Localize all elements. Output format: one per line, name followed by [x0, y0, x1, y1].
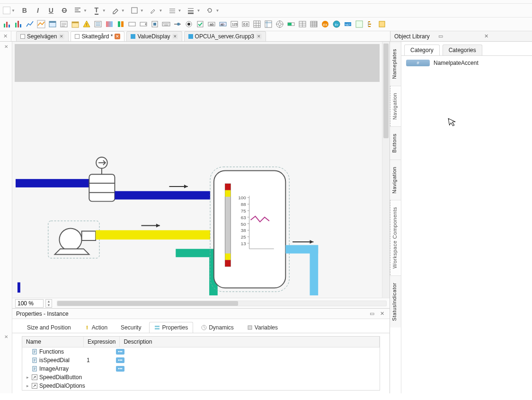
- close-tab-icon[interactable]: ✕: [59, 34, 64, 39]
- dropdown-arrow-icon[interactable]: ▼: [140, 9, 144, 13]
- close-icon[interactable]: ✕: [379, 311, 386, 317]
- property-row[interactable]: isSpeedDial 1 •••: [22, 356, 380, 364]
- net-icon[interactable]: NET: [343, 19, 353, 29]
- tab-size-position[interactable]: Size and Position: [22, 322, 76, 333]
- radio-icon[interactable]: [184, 19, 194, 29]
- calendar-icon[interactable]: [70, 19, 80, 29]
- close-tab-icon[interactable]: ✕: [256, 34, 262, 39]
- underline-button[interactable]: U: [46, 6, 56, 15]
- combo-icon[interactable]: [138, 19, 149, 29]
- tab-segelvagen[interactable]: Segelvägen ✕: [16, 31, 69, 41]
- strike-button[interactable]: O: [60, 6, 69, 15]
- tab-action[interactable]: Action: [79, 322, 113, 333]
- progress-icon[interactable]: [286, 19, 296, 29]
- vtab-buttons[interactable]: Buttons: [390, 126, 401, 160]
- dropdown-arrow-icon[interactable]: ▼: [121, 9, 125, 13]
- pivot-icon[interactable]: [263, 19, 274, 29]
- expression-editor-button[interactable]: •••: [116, 357, 124, 363]
- label-icon[interactable]: ab: [218, 19, 228, 29]
- dropdown-arrow-icon[interactable]: ▼: [102, 9, 106, 13]
- globe-icon[interactable]: Ev: [331, 19, 342, 29]
- vtab-workspace-components[interactable]: Workspace Components: [390, 200, 401, 275]
- subtab-category[interactable]: Category: [404, 44, 440, 55]
- column-header-name[interactable]: Name: [22, 337, 84, 347]
- vertical-scrollbar[interactable]: [382, 42, 390, 298]
- line-style-button[interactable]: [168, 6, 177, 15]
- numeric-icon[interactable]: 0.0: [240, 19, 251, 29]
- horizontal-scrollbar[interactable]: [57, 301, 387, 306]
- pump-symbol[interactable]: [55, 228, 96, 254]
- matrix-icon[interactable]: [309, 19, 319, 29]
- target-icon[interactable]: [275, 19, 285, 29]
- list-icon[interactable]: [93, 19, 103, 29]
- column-header-description[interactable]: Description: [120, 337, 380, 347]
- component-icon[interactable]: [377, 19, 387, 29]
- window-icon[interactable]: [47, 19, 58, 29]
- tab-valuedisplay[interactable]: ValueDisplay ✕: [126, 31, 182, 41]
- stacked-icon[interactable]: [115, 19, 126, 29]
- dropdown-arrow-icon[interactable]: ▼: [215, 9, 219, 13]
- barchart-icon[interactable]: [2, 19, 12, 29]
- zoom-stepper[interactable]: ▲▼: [45, 299, 52, 308]
- textbox-icon[interactable]: ab: [206, 19, 217, 29]
- italic-button[interactable]: I: [33, 6, 43, 15]
- dropdown-arrow-icon[interactable]: ▼: [83, 9, 87, 13]
- column-header-expression[interactable]: Expression: [84, 337, 120, 347]
- close-pane-button[interactable]: ✕: [0, 31, 11, 41]
- font-color-button[interactable]: T: [92, 6, 101, 15]
- expression-editor-button[interactable]: •••: [116, 349, 124, 355]
- map-icon[interactable]: [354, 19, 364, 29]
- brush-button[interactable]: [149, 6, 158, 15]
- card-icon[interactable]: [127, 19, 137, 29]
- vtab-navigation[interactable]: Navigation: [390, 86, 401, 126]
- close-icon[interactable]: ✕: [482, 33, 528, 39]
- zoom-input[interactable]: [15, 299, 44, 308]
- picker-icon[interactable]: [150, 19, 160, 29]
- property-row[interactable]: ▸ ↗ SpeedDialOptions: [22, 382, 380, 390]
- tree-icon[interactable]: [365, 19, 376, 29]
- rotate-button[interactable]: [205, 6, 214, 15]
- tab-skattegard[interactable]: Skattegård * ✕: [71, 31, 124, 41]
- tab-properties[interactable]: Properties: [149, 322, 193, 333]
- close-tab-icon[interactable]: ✕: [115, 34, 120, 39]
- fill-button[interactable]: [130, 6, 139, 15]
- tab-variables[interactable]: Variables: [242, 322, 283, 333]
- highlight-button[interactable]: [111, 6, 120, 15]
- warning-icon[interactable]: !: [81, 19, 92, 29]
- align-button[interactable]: [73, 6, 82, 15]
- linechart-icon[interactable]: [25, 19, 35, 29]
- gradient-icon[interactable]: [104, 19, 115, 29]
- dropdown-arrow-icon[interactable]: ▼: [196, 9, 200, 13]
- dropdown-arrow-icon[interactable]: ▼: [11, 9, 15, 13]
- property-row[interactable]: Functions •••: [22, 347, 380, 356]
- vtab-navigation2[interactable]: Navigation: [390, 160, 401, 200]
- script-icon[interactable]: ex: [320, 19, 330, 29]
- pin-icon[interactable]: ▭: [436, 33, 482, 39]
- expand-icon[interactable]: ▸: [25, 375, 30, 380]
- fill-swatch[interactable]: [3, 7, 10, 14]
- vtab-status-indicator[interactable]: StatusIndicator: [390, 276, 401, 328]
- keyboard-icon[interactable]: [161, 19, 171, 29]
- dropdown-arrow-icon[interactable]: ▼: [159, 9, 163, 13]
- slider-icon[interactable]: [172, 19, 183, 29]
- vtab-nameplates[interactable]: Nameplates: [390, 42, 401, 86]
- property-row[interactable]: ImageArray •••: [22, 364, 380, 373]
- subtab-categories[interactable]: Categories: [443, 44, 482, 55]
- dropdown-arrow-icon[interactable]: ▼: [178, 9, 182, 13]
- bold-button[interactable]: B: [20, 6, 29, 15]
- design-canvas[interactable]: 100 88 75 63 50 38 25 13: [12, 42, 382, 298]
- tab-security[interactable]: Security: [115, 322, 146, 333]
- checkbox-icon[interactable]: [195, 19, 205, 29]
- tab-opcua[interactable]: OPCUA_server.Grupp3 ✕: [184, 31, 266, 41]
- barchart2-icon[interactable]: [13, 19, 24, 29]
- gutter-close-icon[interactable]: ✕: [0, 332, 12, 341]
- library-item[interactable]: # NamelpateAccent: [405, 59, 528, 67]
- close-tab-icon[interactable]: ✕: [172, 34, 178, 39]
- expression-editor-button[interactable]: •••: [116, 366, 124, 372]
- datetime-icon[interactable]: 123: [229, 19, 239, 29]
- property-row[interactable]: ▸ ↗ SpeedDialButton: [22, 373, 380, 382]
- table-icon[interactable]: [297, 19, 308, 29]
- undock-icon[interactable]: ▭: [368, 311, 376, 317]
- gutter-close-icon[interactable]: ✕: [0, 42, 12, 51]
- form-icon[interactable]: [59, 19, 69, 29]
